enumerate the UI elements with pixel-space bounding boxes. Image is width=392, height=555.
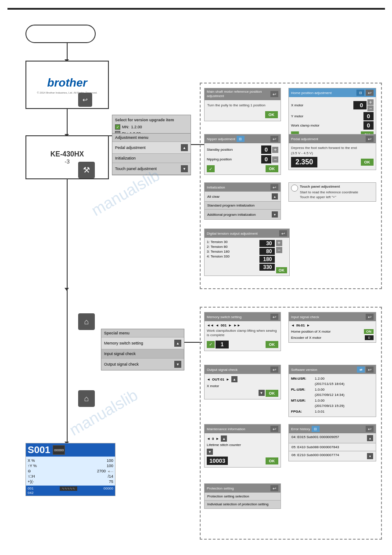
status-row-4: ↑□H /14: [28, 474, 113, 479]
init-scroll-up[interactable]: ▲: [272, 193, 278, 200]
home-icon-btn-2[interactable]: ⌂: [78, 390, 95, 407]
maint-up[interactable]: ▲: [221, 435, 227, 442]
input-back[interactable]: ↩: [366, 314, 374, 320]
nipper-header: Nipper adjustment ⊟ ↩: [205, 134, 281, 143]
adj-menu-item-3[interactable]: Touch panel adjustment ▼: [112, 163, 191, 175]
memory-switch-panel: Memory switch setting ↩ ◄◄ ◄ 001 ► ►► Wo…: [204, 312, 281, 351]
touch-circle: [291, 185, 298, 192]
ke-sub: -3: [65, 158, 70, 165]
software-header: Software version ⇄ ↩: [289, 365, 376, 374]
adj-scroll-up[interactable]: ▲: [181, 144, 188, 151]
input-signal-panel: Input signal check ↩ ◄ IN-01 ► Home posi…: [288, 312, 376, 343]
nipper-ok-btn[interactable]: OK: [266, 165, 279, 172]
maint-ok-btn[interactable]: OK: [266, 457, 279, 464]
prot-item-2[interactable]: Individual selection of protection setti…: [205, 501, 281, 508]
main-shaft-ok[interactable]: OK: [265, 111, 278, 118]
status-row-5: +)(- 75: [28, 479, 113, 484]
error-scroll-up[interactable]: ▲: [367, 435, 373, 441]
arrow-2: [67, 109, 68, 135]
init-item-2[interactable]: Standard program initialization: [205, 202, 281, 210]
ke-model: KE-430HX: [50, 150, 84, 158]
nipper-icon: ⊟: [237, 136, 245, 142]
home-pos-header: Home position adjustment ⊟ ↩: [289, 88, 376, 97]
dt-label-2: 2: Tension 80: [207, 245, 259, 249]
init-scroll-down[interactable]: ▼: [272, 211, 278, 218]
home-position-panel: Home position adjustment ⊟ ↩ X motor 0 +…: [288, 88, 376, 141]
pedal-back[interactable]: ↩: [366, 136, 374, 142]
watermark-2: manualslib: [66, 386, 141, 439]
pedal-ok-btn[interactable]: OK: [361, 159, 374, 166]
ke-box: KE-430HX -3: [25, 135, 109, 179]
version-title: Select for version upgrade item: [115, 118, 188, 122]
home-x-plus[interactable]: +: [367, 99, 374, 105]
error-history-panel: Error history ⊟ ↩ 04: E015 Sub001 000000…: [288, 424, 376, 461]
arrow-4: [67, 289, 68, 342]
nipper-minus[interactable]: −: [272, 156, 278, 163]
special-scroll-up[interactable]: ▲: [174, 340, 181, 347]
home-x-minus[interactable]: −: [367, 105, 374, 111]
maint-value: 10003: [207, 457, 228, 465]
home-pos-icon: ⊟: [356, 90, 364, 96]
out-scroll-up[interactable]: ▲: [231, 376, 237, 382]
back-button-1[interactable]: ↩: [78, 93, 92, 107]
error-scroll-down[interactable]: ▼: [367, 453, 373, 459]
output-back[interactable]: ↩: [270, 366, 278, 373]
dt-ok-btn[interactable]: OK: [276, 267, 288, 273]
output-signal-panel: Output signal check ↩ ◄ OUT-01 ► ▲ X mot…: [204, 365, 281, 399]
home-x-value: 0: [353, 101, 367, 109]
dt-label-1: 1: Tension 30: [207, 240, 259, 244]
home-y-value: 0: [363, 112, 374, 120]
digital-back[interactable]: ↩: [279, 230, 287, 236]
home-icon-btn-1[interactable]: ⌂: [78, 313, 95, 330]
dt-val-1: 30: [259, 240, 275, 247]
init-item-1[interactable]: All clear ▲: [205, 192, 281, 202]
status-display: S001 00000 X % 100 ↑Y % 100 ⊖ 2700 ◄—: [25, 443, 115, 496]
error-header: Error history ⊟ ↩: [289, 424, 376, 433]
checkbox-mn[interactable]: ✓: [115, 124, 120, 130]
mem-ok-btn[interactable]: OK: [266, 341, 279, 348]
nipper-back[interactable]: ↩: [270, 136, 278, 142]
software-version-panel: Software version ⇄ ↩ MN-USR: 1.2.00(2017…: [288, 365, 376, 417]
dt-plus[interactable]: +: [276, 240, 282, 246]
out-scroll-down[interactable]: ▼: [259, 390, 265, 396]
special-menu-item-1[interactable]: Memory switch setting ▲: [101, 337, 184, 349]
main-shaft-back[interactable]: ↩: [270, 91, 278, 97]
sw-back[interactable]: ↩: [366, 366, 374, 373]
status-top-row: S001 00000: [26, 443, 115, 457]
maint-down[interactable]: ▼: [207, 449, 213, 455]
dt-val-2: 80: [259, 248, 275, 255]
adj-scroll-down[interactable]: ▼: [181, 165, 188, 172]
status-row-1: X % 100: [28, 458, 113, 463]
error-back[interactable]: ↩: [366, 426, 374, 432]
prot-back[interactable]: ↩: [270, 485, 278, 491]
brother-logo: brother: [47, 76, 87, 90]
special-scroll-down[interactable]: ▼: [174, 361, 181, 368]
adj-menu-item-2[interactable]: Initialization: [112, 154, 191, 163]
dt-label-3: 3: Tension 180: [207, 250, 259, 254]
main-shaft-header: Main shaft motor reference position adju…: [205, 88, 281, 100]
mem-back[interactable]: ↩: [270, 314, 278, 320]
nipper-check[interactable]: ✓: [207, 165, 215, 172]
output-ok-btn[interactable]: OK: [266, 390, 279, 397]
special-menu-item-3[interactable]: Output signal check ▼: [101, 359, 184, 370]
home-pos-back[interactable]: ↩: [366, 90, 374, 96]
status-row-3: ⊖ 2700 ◄—: [28, 468, 113, 474]
adj-menu-item-1[interactable]: Pedal adjustment ▲: [112, 142, 191, 154]
init-item-3[interactable]: Additional program initialization ▼: [205, 210, 281, 219]
touch-header: Touch panel adjustment Start to read the…: [289, 183, 376, 201]
version-item-1: ✓ MN: 1.2.00: [115, 124, 188, 130]
dashed-area-bottom: Memory switch setting ↩ ◄◄ ◄ 001 ► ►► Wo…: [200, 307, 382, 540]
mem-check[interactable]: ✓: [207, 341, 215, 348]
nipper-plus[interactable]: +: [272, 147, 278, 153]
wrench-icon-btn[interactable]: ⚒: [78, 162, 95, 178]
dt-label-4: 4: Tension 330: [207, 254, 259, 258]
touch-panel-adj: Touch panel adjustment Start to read the…: [288, 182, 376, 202]
dt-minus[interactable]: −: [276, 247, 282, 253]
input-home-x-val: ON: [364, 329, 374, 334]
special-menu-item-2[interactable]: Input signal check: [101, 349, 184, 359]
arrow-special-panels: [184, 342, 202, 343]
init-back[interactable]: ↩: [270, 184, 278, 190]
maint-back[interactable]: ↩: [270, 426, 278, 432]
protection-setting-panel: Protection setting ↩ Protection setting …: [204, 483, 281, 509]
prot-item-1[interactable]: Protection setting selection: [205, 493, 281, 501]
